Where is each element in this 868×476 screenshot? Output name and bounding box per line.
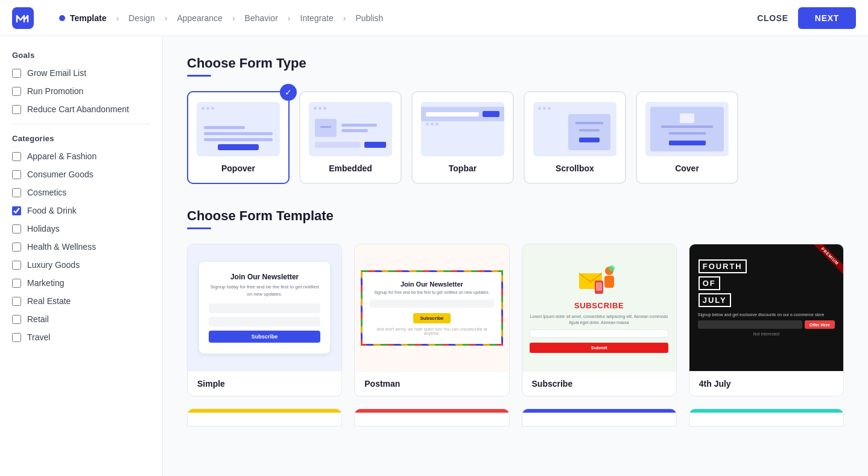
goal-reduce-cart-checkbox[interactable] (12, 105, 21, 114)
july-word-of: OF (699, 276, 720, 290)
topbar-preview (421, 102, 504, 156)
cat-retail-checkbox[interactable] (12, 315, 21, 324)
cat-marketing[interactable]: Marketing (12, 278, 150, 288)
active-dot (59, 15, 65, 21)
cat-real-estate[interactable]: Real Estate (12, 296, 150, 306)
goal-run-promotion[interactable]: Run Promotion (12, 86, 150, 96)
cat-consumer-goods[interactable]: Consumer Goods (12, 170, 150, 179)
cat-holidays-checkbox[interactable] (12, 224, 21, 233)
subscribe-email-input-preview (530, 329, 668, 338)
cat-cosmetics[interactable]: Cosmetics (12, 188, 150, 197)
nav-step-design[interactable]: Design (121, 13, 162, 23)
subscribe-inner: SUBSCRIBE Lorem ipsum dolor sit amet, co… (530, 262, 668, 353)
form-type-popover[interactable]: ✓ Popover (187, 91, 290, 184)
form-type-scrollbox[interactable]: Scrollbox (524, 91, 626, 184)
nav-arrow-1: › (113, 13, 121, 23)
goal-reduce-cart[interactable]: Reduce Cart Abandonment (12, 104, 150, 114)
cat-cosmetics-label: Cosmetics (27, 188, 66, 197)
step-label-integrate: Integrate (300, 13, 334, 23)
july-no-interest-text: Not interested (698, 332, 835, 336)
july-word-fourth: FOURTH (699, 259, 747, 273)
cat-travel[interactable]: Travel (12, 332, 150, 342)
main-layout: Goals Grow Email List Run Promotion Redu… (0, 36, 868, 476)
form-type-cover[interactable]: Cover (636, 91, 738, 184)
form-type-topbar[interactable]: Topbar (411, 91, 514, 184)
cat-luxury-goods-checkbox[interactable] (12, 261, 21, 270)
cat-food-drink[interactable]: Food & Drink (12, 206, 150, 215)
template-card-fourth-july[interactable]: PREMIUM FOURTH OF JULY Signup below a (689, 244, 844, 396)
template-grid: Join Our Newsletter Signup today for fre… (187, 244, 844, 396)
july-cta-row: Offer Here (698, 320, 835, 329)
nav-steps: Template › Design › Appearance › Behavio… (52, 13, 757, 23)
nav-step-integrate[interactable]: Integrate (293, 13, 341, 23)
simple-email-input-preview (209, 303, 320, 313)
nav-step-appearance[interactable]: Appearance (169, 13, 230, 23)
simple-preview: Join Our Newsletter Signup today for fre… (188, 244, 341, 371)
logo (12, 7, 34, 29)
next-button[interactable]: NEXT (798, 7, 856, 29)
simple-inner: Join Our Newsletter Signup today for fre… (199, 262, 330, 353)
bottom-strip-2 (355, 409, 508, 413)
cat-food-drink-label: Food & Drink (27, 206, 77, 215)
form-type-title: Choose Form Type (187, 56, 844, 71)
bottom-strip-4 (689, 409, 843, 413)
goal-run-promotion-label: Run Promotion (27, 86, 83, 96)
popover-preview (197, 102, 280, 156)
close-button[interactable]: CLOSE (757, 13, 788, 23)
cat-health-wellness[interactable]: Health & Wellness (12, 242, 150, 252)
content-area: Choose Form Type ✓ Popover (163, 36, 868, 476)
premium-badge-text: PREMIUM (806, 244, 843, 280)
step-label-template: Template (70, 13, 106, 23)
simple-newsletter-title: Join Our Newsletter (209, 273, 320, 281)
july-word-july: JULY (699, 293, 731, 307)
svg-rect-5 (596, 282, 602, 291)
step-label-publish: Publish (355, 13, 383, 23)
cat-marketing-checkbox[interactable] (12, 279, 21, 288)
topbar-label: Topbar (449, 163, 477, 173)
bottom-card-2[interactable] (354, 408, 509, 427)
template-card-postman[interactable]: Join Our Newsletter Signup for free and … (354, 244, 509, 396)
subscribe-template-label: Subscribe (522, 371, 676, 396)
cat-real-estate-checkbox[interactable] (12, 297, 21, 306)
simple-newsletter-sub: Signup today for free and be the first t… (209, 284, 320, 297)
svg-rect-3 (604, 276, 614, 288)
goal-reduce-cart-label: Reduce Cart Abandonment (27, 104, 129, 114)
cat-apparel-checkbox[interactable] (12, 152, 21, 161)
cat-retail-label: Retail (27, 314, 49, 324)
sidebar: Goals Grow Email List Run Promotion Redu… (0, 36, 163, 476)
header: Template › Design › Appearance › Behavio… (0, 0, 868, 36)
bottom-card-4[interactable] (689, 408, 844, 427)
bottom-strip-1 (188, 409, 341, 413)
scrollbox-preview (533, 102, 616, 156)
template-card-simple[interactable]: Join Our Newsletter Signup today for fre… (187, 244, 342, 396)
cat-health-wellness-label: Health & Wellness (27, 242, 96, 252)
cat-travel-checkbox[interactable] (12, 333, 21, 342)
cat-consumer-goods-checkbox[interactable] (12, 170, 21, 179)
svg-point-6 (609, 265, 615, 271)
goal-grow-email[interactable]: Grow Email List (12, 68, 150, 78)
goal-grow-email-checkbox[interactable] (12, 69, 21, 78)
form-type-embedded[interactable]: Embedded (299, 91, 402, 184)
template-underline (187, 227, 211, 229)
nav-step-template[interactable]: Template (52, 13, 113, 23)
nav-step-behavior[interactable]: Behavior (238, 13, 285, 23)
goal-run-promotion-checkbox[interactable] (12, 87, 21, 96)
bottom-card-3[interactable] (522, 408, 677, 427)
july-email-input-preview (698, 320, 802, 329)
nav-arrow-5: › (341, 13, 349, 23)
cat-health-wellness-checkbox[interactable] (12, 243, 21, 252)
selected-check-badge: ✓ (280, 84, 297, 101)
cat-luxury-goods[interactable]: Luxury Goods (12, 260, 150, 270)
nav-step-publish[interactable]: Publish (348, 13, 390, 23)
cat-cosmetics-checkbox[interactable] (12, 188, 21, 197)
simple-name-input-preview (209, 317, 320, 326)
cat-holidays-label: Holidays (27, 224, 60, 233)
postman-template-label: Postman (355, 371, 508, 396)
bottom-card-1[interactable] (187, 408, 342, 427)
cat-holidays[interactable]: Holidays (12, 224, 150, 233)
template-card-subscribe[interactable]: SUBSCRIBE Lorem ipsum dolor sit amet, co… (522, 244, 677, 396)
cat-apparel[interactable]: Apparel & Fashion (12, 151, 150, 161)
cat-retail[interactable]: Retail (12, 314, 150, 324)
cat-food-drink-checkbox[interactable] (12, 206, 21, 215)
subscribe-preview: SUBSCRIBE Lorem ipsum dolor sit amet, co… (522, 244, 676, 371)
